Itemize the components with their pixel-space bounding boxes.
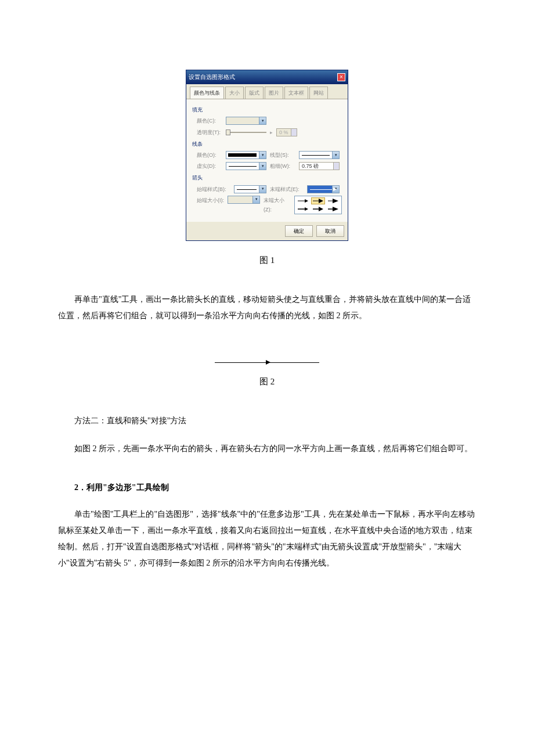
tab-colors-lines[interactable]: 颜色与线条 <box>190 87 224 99</box>
cancel-button[interactable]: 取消 <box>316 225 344 237</box>
end-size-label: 末端大小(Z): <box>264 196 291 214</box>
figure-1-caption: 图 1 <box>58 253 476 268</box>
arrow-size-4[interactable] <box>296 206 310 213</box>
transparency-label: 透明度(T): <box>197 128 222 137</box>
end-style-dropdown[interactable]: ▾ <box>307 185 340 193</box>
format-autoshape-dialog: 设置自选图形格式 × 颜色与线条 大小 版式 图片 文本框 网站 填充 颜色(C… <box>186 70 348 241</box>
dialog-titlebar: 设置自选图形格式 × <box>186 70 348 84</box>
fill-color-label: 颜色(C): <box>197 116 222 125</box>
weight-input[interactable]: 0.75 磅 <box>299 162 340 170</box>
chevron-down-icon: ▾ <box>259 186 266 193</box>
svg-marker-11 <box>333 207 338 211</box>
section-2-title: 2．利用"多边形"工具绘制 <box>58 480 476 495</box>
chevron-down-icon: ▾ <box>259 152 266 159</box>
svg-marker-7 <box>305 207 308 211</box>
end-size-grid[interactable] <box>294 196 342 214</box>
svg-marker-5 <box>333 199 338 203</box>
svg-marker-9 <box>319 207 323 211</box>
paragraph-3: 如图 2 所示，先画一条水平向右的箭头，再在箭头右方的同一水平方向上画一条直线，… <box>58 441 476 457</box>
dash-label: 虚实(D): <box>197 161 222 171</box>
begin-size-label: 始端大小(I): <box>197 196 224 205</box>
dash-dropdown[interactable]: ▾ <box>226 162 266 170</box>
tab-picture[interactable]: 图片 <box>265 87 283 99</box>
weight-label: 粗细(W): <box>270 161 295 171</box>
line-style-dropdown[interactable]: ▾ <box>299 151 340 159</box>
chevron-down-icon: ▾ <box>332 152 339 159</box>
arrow-size-1[interactable] <box>296 197 310 204</box>
chevron-down-icon: ▾ <box>332 186 339 193</box>
document-page: 设置自选图形格式 × 颜色与线条 大小 版式 图片 文本框 网站 填充 颜色(C… <box>0 0 534 618</box>
tab-size[interactable]: 大小 <box>225 87 244 99</box>
begin-size-dropdown[interactable]: ▾ <box>228 196 260 204</box>
tab-web[interactable]: 网站 <box>309 87 328 99</box>
dialog-title: 设置自选图形格式 <box>189 72 235 82</box>
section-fill: 填充 <box>192 105 342 114</box>
figure-1-dialog-wrap: 设置自选图形格式 × 颜色与线条 大小 版式 图片 文本框 网站 填充 颜色(C… <box>58 70 476 241</box>
line-style-label: 线型(S): <box>270 150 295 160</box>
figure-2-wrap <box>58 359 476 366</box>
tab-textbox[interactable]: 文本框 <box>284 87 308 99</box>
chevron-down-icon: ▾ <box>252 196 259 203</box>
transparency-slider[interactable] <box>226 128 266 136</box>
dialog-footer: 确定 取消 <box>186 222 348 240</box>
dialog-body: 填充 颜色(C): ▾ 透明度(T): ▸ 0 % 线条 颜色(O): ▾ 线型… <box>186 99 348 222</box>
transparency-value[interactable]: 0 % <box>276 128 297 136</box>
line-color-label: 颜色(O): <box>197 150 222 160</box>
arrow-size-6[interactable] <box>326 206 340 213</box>
figure-2-caption: 图 2 <box>58 374 476 390</box>
section-arrow: 箭头 <box>192 173 342 182</box>
fill-color-dropdown[interactable]: ▾ <box>226 117 266 125</box>
paragraph-1: 再单击"直线"工具，画出一条比箭头长的直线，移动短箭头使之与直线重合，并将箭头放… <box>58 291 476 324</box>
arrow-size-2[interactable] <box>311 197 325 204</box>
paragraph-4: 单击"绘图"工具栏上的"自选图形"，选择"线条"中的"任意多边形"工具，先在某处… <box>58 506 476 571</box>
figure-2-arrow-icon <box>215 359 319 366</box>
close-icon[interactable]: × <box>337 73 345 81</box>
tab-layout[interactable]: 版式 <box>245 87 264 99</box>
dialog-tabs: 颜色与线条 大小 版式 图片 文本框 网站 <box>186 84 348 99</box>
svg-marker-3 <box>319 199 323 203</box>
begin-style-dropdown[interactable]: ▾ <box>234 185 266 193</box>
end-style-label: 末端样式(E): <box>270 185 304 194</box>
paragraph-2: 方法二：直线和箭头"对接"方法 <box>58 413 476 429</box>
ok-button[interactable]: 确定 <box>285 225 313 237</box>
begin-style-label: 始端样式(B): <box>197 185 230 194</box>
chevron-down-icon: ▾ <box>259 117 266 124</box>
line-color-dropdown[interactable]: ▾ <box>226 151 266 159</box>
chevron-down-icon: ▾ <box>259 163 266 170</box>
arrow-size-3[interactable] <box>326 197 340 204</box>
arrow-size-5[interactable] <box>311 206 325 213</box>
section-line: 线条 <box>192 139 342 149</box>
svg-marker-1 <box>305 199 308 203</box>
